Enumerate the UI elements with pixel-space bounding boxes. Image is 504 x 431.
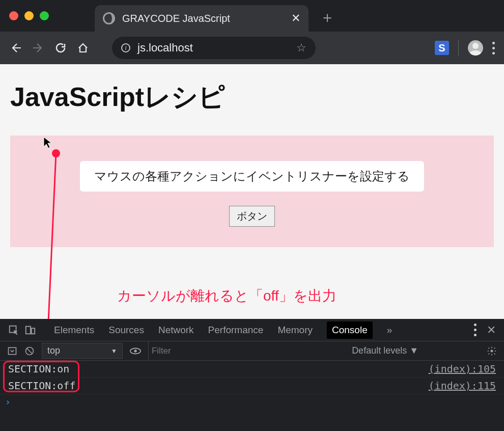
demo-button[interactable]: ボタン	[229, 206, 275, 227]
demo-section[interactable]: マウスの各種アクションにイベントリスナーを設定する ボタン	[10, 136, 494, 247]
reload-button[interactable]	[54, 41, 67, 55]
tab-memory[interactable]: Memory	[277, 325, 313, 336]
svg-rect-5	[9, 347, 16, 354]
page-title: JavaScriptレシピ	[10, 79, 494, 115]
tabs-overflow-icon[interactable]: »	[387, 325, 393, 336]
devtools-tabbar: Elements Sources Network Performance Mem…	[0, 319, 504, 341]
tab-title: GRAYCODE JavaScript	[122, 13, 230, 24]
window-traffic-lights	[9, 11, 49, 20]
devtools-close-icon[interactable]: ✕	[487, 324, 496, 337]
console-filter-input[interactable]: Filter	[148, 341, 345, 360]
svg-rect-3	[26, 326, 31, 334]
console-toolbar: top▼ Filter Default levels ▼	[0, 341, 504, 361]
svg-point-8	[134, 349, 137, 353]
new-tab-button[interactable]: ＋	[320, 7, 335, 28]
window-zoom-button[interactable]	[40, 11, 49, 20]
window-tabstrip: GRAYCODE JavaScript ✕ ＋	[0, 0, 504, 32]
back-button[interactable]	[9, 41, 22, 55]
log-source-link[interactable]: (index):105	[429, 363, 496, 375]
window-minimize-button[interactable]	[24, 11, 34, 20]
bookmark-star-icon[interactable]: ☆	[296, 41, 306, 55]
home-button[interactable]	[76, 41, 90, 55]
svg-rect-4	[32, 328, 35, 334]
console-settings-icon[interactable]	[487, 346, 497, 356]
context-selector[interactable]: top▼	[42, 343, 123, 359]
toolbar-separator	[458, 40, 459, 56]
site-info-icon[interactable]: i	[121, 43, 130, 52]
browser-menu-button[interactable]	[492, 42, 495, 55]
tab-close-icon[interactable]: ✕	[291, 12, 300, 25]
url-text: js.localhost	[137, 41, 193, 55]
window-close-button[interactable]	[9, 11, 18, 20]
page-content: JavaScriptレシピ マウスの各種アクションにイベントリスナーを設定する …	[0, 64, 504, 319]
tab-elements[interactable]: Elements	[54, 325, 94, 336]
console-sidebar-icon[interactable]	[7, 346, 17, 356]
forward-button[interactable]	[32, 41, 45, 55]
log-source-link[interactable]: (index):115	[429, 380, 496, 392]
live-expression-icon[interactable]	[130, 345, 141, 357]
devtools-panel: Elements Sources Network Performance Mem…	[0, 319, 504, 431]
tab-network[interactable]: Network	[158, 325, 194, 336]
profile-avatar[interactable]	[468, 40, 483, 56]
svg-point-9	[491, 349, 493, 352]
console-prompt[interactable]: ›	[0, 394, 504, 409]
browser-toolbar: i js.localhost ☆ S	[0, 32, 504, 64]
section-label: マウスの各種アクションにイベントリスナーを設定する	[80, 161, 424, 192]
devtools-menu-button[interactable]	[474, 324, 477, 336]
globe-icon	[103, 12, 115, 24]
tab-sources[interactable]: Sources	[108, 325, 144, 336]
tab-performance[interactable]: Performance	[208, 325, 264, 336]
browser-tab[interactable]: GRAYCODE JavaScript ✕	[95, 5, 309, 32]
extension-icon[interactable]: S	[435, 41, 449, 55]
address-bar[interactable]: i js.localhost ☆	[112, 37, 316, 59]
device-toggle-icon[interactable]	[24, 325, 36, 336]
inspect-icon[interactable]	[8, 325, 19, 336]
clear-console-icon[interactable]	[24, 346, 35, 356]
annotation-text: カーソルが離れると「off」を出力	[117, 286, 337, 306]
log-levels-selector[interactable]: Default levels ▼	[352, 345, 480, 356]
cursor-icon	[43, 137, 52, 149]
tab-console[interactable]: Console	[327, 321, 373, 339]
annotation-highlight	[3, 361, 79, 392]
